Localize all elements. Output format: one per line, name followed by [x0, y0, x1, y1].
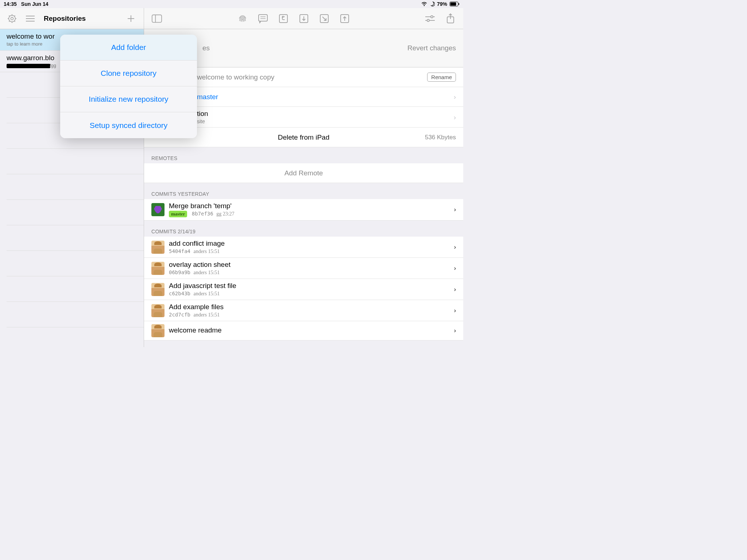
svg-rect-20 — [259, 15, 267, 21]
repo-size: 536 Kbytes — [425, 134, 456, 141]
commits-date-header: COMMITS 2/14/19 — [144, 221, 463, 237]
chevron-right-icon: › — [454, 206, 456, 213]
toolbar: Repositories — [0, 8, 463, 29]
commit-meta: c62b43b anders 15:51 — [169, 291, 454, 297]
redacted — [7, 64, 50, 68]
settings-icon[interactable] — [7, 13, 18, 24]
chevron-right-icon: › — [454, 307, 456, 314]
fingerprint-icon[interactable] — [237, 13, 248, 24]
config-label: tion — [197, 110, 456, 118]
battery-icon — [449, 1, 460, 7]
commits-yesterday-header: COMMITS YESTERDAY — [144, 183, 463, 199]
svg-line-10 — [14, 21, 15, 22]
rename-button[interactable]: Rename — [427, 73, 456, 82]
status-bar: 14:35 Sun Jun 14 79% — [0, 0, 463, 8]
commit-row[interactable]: welcome readme › — [144, 321, 463, 341]
avatar — [151, 203, 165, 216]
commit-title: welcome readme — [169, 326, 454, 334]
commit-meta: 5404fa4 anders 15:51 — [169, 248, 454, 254]
commit-row[interactable]: overlay action sheet 06b9a9b anders 15:5… — [144, 258, 463, 279]
toolbar-right — [144, 8, 463, 29]
download-icon[interactable] — [298, 13, 309, 24]
sliders-icon[interactable] — [425, 13, 436, 24]
commit-meta: master 8b7ef36 gg 23:27 — [169, 211, 454, 217]
chevron-right-icon: › — [454, 327, 456, 334]
commit-row[interactable]: Add example files 2cd7cfb anders 15:51 › — [144, 300, 463, 321]
delete-label: Delete from iPad — [278, 133, 330, 141]
commit-row[interactable]: Add javascript test file c62b43b anders … — [144, 279, 463, 300]
undo-icon[interactable] — [278, 13, 289, 24]
avatar — [151, 304, 165, 317]
remotes-header: REMOTES — [144, 147, 463, 163]
add-icon[interactable] — [125, 13, 136, 24]
commit-title: add conflict image — [169, 240, 454, 248]
svg-point-3 — [9, 15, 15, 22]
svg-rect-2 — [458, 3, 459, 5]
commit-row[interactable]: add conflict image 5404fa4 anders 15:51 … — [144, 237, 463, 258]
battery-percent: 79% — [437, 1, 447, 7]
menu-icon[interactable] — [25, 13, 36, 24]
moon-icon — [430, 1, 435, 7]
popover-clone-repository[interactable]: Clone repository — [60, 61, 197, 86]
config-sub: site — [197, 118, 456, 124]
svg-point-30 — [431, 16, 433, 18]
commit-row[interactable]: Merge branch 'temp' master 8b7ef36 gg 23… — [144, 199, 463, 221]
svg-line-9 — [9, 15, 10, 16]
revert-changes-button[interactable]: Revert changes — [407, 44, 456, 52]
pull-icon[interactable] — [319, 13, 330, 24]
chevron-right-icon: › — [454, 244, 456, 250]
commit-title: Add example files — [169, 303, 454, 311]
panel-icon[interactable] — [151, 13, 162, 24]
svg-point-32 — [427, 19, 429, 22]
commit-title: overlay action sheet — [169, 261, 454, 269]
commit-title: Merge branch 'temp' — [169, 202, 454, 210]
chevron-right-icon: › — [454, 113, 456, 121]
chevron-right-icon: › — [454, 93, 456, 101]
svg-line-11 — [9, 21, 10, 22]
branch-badge: master — [169, 211, 187, 217]
avatar — [151, 324, 165, 337]
add-popover: Add folder Clone repository Initialize n… — [60, 35, 197, 138]
svg-line-12 — [14, 15, 15, 16]
avatar — [151, 283, 165, 296]
avatar — [151, 262, 165, 275]
popover-add-folder[interactable]: Add folder — [60, 35, 197, 61]
svg-rect-1 — [450, 3, 456, 6]
chevron-right-icon: › — [454, 265, 456, 272]
popover-initialize-new-repository[interactable]: Initialize new repository — [60, 86, 197, 112]
status-date: Sun Jun 14 — [21, 1, 49, 7]
commit-meta: 06b9a9b anders 15:51 — [169, 269, 454, 276]
add-remote-label: Add Remote — [285, 169, 323, 177]
svg-rect-18 — [152, 15, 162, 22]
svg-rect-23 — [279, 15, 287, 23]
avatar — [151, 241, 165, 254]
comment-icon[interactable] — [258, 13, 268, 24]
share-icon[interactable] — [445, 13, 456, 24]
upload-icon[interactable] — [339, 13, 350, 24]
status-time: 14:35 — [4, 1, 17, 7]
toolbar-left: Repositories — [0, 8, 144, 29]
add-remote-row[interactable]: Add Remote — [144, 163, 463, 183]
svg-point-4 — [11, 17, 13, 20]
popover-setup-synced-directory[interactable]: Setup synced directory — [60, 112, 197, 138]
sidebar-title: Repositories — [44, 15, 86, 23]
wifi-icon — [421, 1, 427, 7]
chevron-right-icon: › — [454, 286, 456, 293]
commit-meta: 2cd7cfb anders 15:51 — [169, 312, 454, 318]
commit-title: Add javascript test file — [169, 282, 454, 290]
